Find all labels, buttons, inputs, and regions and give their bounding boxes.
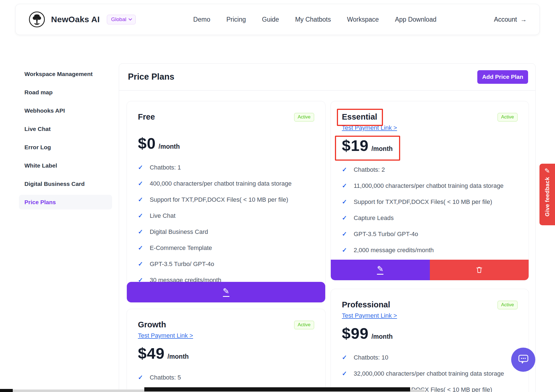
plan-name: Growth xyxy=(138,320,166,329)
settings-sidebar: Workspace ManagementRoad mapWebhooks API… xyxy=(19,67,112,213)
feature-item: ✓Chatbots: 10 xyxy=(342,354,518,361)
feature-label: Live Chat xyxy=(150,212,175,219)
delete-plan-button[interactable] xyxy=(430,260,529,280)
sidebar-item-road-map[interactable]: Road map xyxy=(19,85,112,100)
test-payment-link[interactable]: Test Payment Link > xyxy=(342,312,397,319)
price-amount: $99 xyxy=(342,324,369,342)
status-badge: Active xyxy=(498,301,518,309)
plan-name: Free xyxy=(138,112,155,122)
feature-item: ✓Live Chat xyxy=(138,212,314,219)
status-badge: Active xyxy=(294,113,314,122)
plan-price: $19/month xyxy=(342,136,518,155)
feature-label: 32,000,000 characters/per chatbot traini… xyxy=(354,370,504,377)
price-period: /month xyxy=(371,145,393,153)
panel-header: Price Plans Add Price Plan xyxy=(119,64,535,91)
test-payment-link[interactable]: Test Payment Link > xyxy=(342,124,397,131)
edit-plan-button[interactable]: ✎ xyxy=(127,282,325,302)
chat-bubble-icon xyxy=(516,352,531,368)
plan-card-free: FreeActive$0/month✓Chatbots: 1✓400,000 c… xyxy=(127,101,326,303)
plan-card-header: ProfessionalActive xyxy=(342,300,518,309)
nav-item-demo[interactable]: Demo xyxy=(193,16,210,23)
sidebar-item-error-log[interactable]: Error Log xyxy=(19,140,112,155)
check-icon: ✓ xyxy=(138,164,143,171)
plan-card-header: EssentialActive xyxy=(342,112,518,122)
feature-label: 400,000 characters/per chatbot training … xyxy=(150,180,291,187)
price-plans-panel: Price Plans Add Price Plan FreeActive$0/… xyxy=(119,63,536,392)
account-label: Account xyxy=(494,16,517,23)
main-nav: DemoPricingGuideMy ChatbotsWorkspaceApp … xyxy=(136,16,494,23)
brand-name: NewOaks AI xyxy=(51,15,100,24)
feature-label: Chatbots: 2 xyxy=(354,166,385,173)
feature-item: ✓11,000,000 characters/per chatbot train… xyxy=(342,182,518,189)
feature-label: 11,000,000 characters/per chatbot traini… xyxy=(354,182,503,189)
add-price-plan-button[interactable]: Add Price Plan xyxy=(477,70,528,84)
feature-item: ✓400,000 characters/per chatbot training… xyxy=(138,180,314,187)
edit-plan-button[interactable]: ✎ xyxy=(331,260,430,280)
sidebar-item-white-label[interactable]: White Label xyxy=(19,158,112,173)
price-amount: $19 xyxy=(342,136,369,155)
plan-card-growth: GrowthActiveTest Payment Link >$49/month… xyxy=(127,309,326,392)
feature-item: ✓Support for TXT,PDF,DOCX Files( < 10 MB… xyxy=(138,196,314,203)
page-title: Price Plans xyxy=(128,72,174,82)
sidebar-item-webhooks-api[interactable]: Webhooks API xyxy=(19,103,112,118)
check-icon: ✓ xyxy=(138,374,143,381)
feature-item: ✓Capture Leads xyxy=(342,214,518,222)
edit-pencil-icon: ✎ xyxy=(544,168,550,174)
feature-label: GPT-3.5 Turbo/ GPT-4o xyxy=(354,231,418,238)
check-icon: ✓ xyxy=(138,212,143,219)
bottom-left-black-bar xyxy=(0,389,13,392)
feature-list: ✓Chatbots: 1✓400,000 characters/per chat… xyxy=(138,164,314,284)
plan-card-essential: EssentialActiveTest Payment Link >$19/mo… xyxy=(331,101,529,280)
sidebar-item-live-chat[interactable]: Live Chat xyxy=(19,122,112,136)
feature-item: ✓GPT-3.5 Turbo/ GPT-4o xyxy=(138,261,314,268)
feature-label: E-Commerce Template xyxy=(150,244,212,252)
nav-item-guide[interactable]: Guide xyxy=(262,16,279,23)
price-amount: $0 xyxy=(138,134,156,152)
feature-label: Digital Business Card xyxy=(150,228,208,236)
feature-label: Support for TXT,PDF,DOCX Files( < 10 MB … xyxy=(354,198,492,206)
test-payment-link[interactable]: Test Payment Link > xyxy=(138,332,193,339)
nav-item-app-download[interactable]: App Download xyxy=(395,16,437,23)
sidebar-item-workspace-management[interactable]: Workspace Management xyxy=(19,67,112,81)
check-icon: ✓ xyxy=(342,354,347,361)
arrow-right-icon: → xyxy=(520,16,527,23)
check-icon: ✓ xyxy=(138,180,143,187)
check-icon: ✓ xyxy=(342,247,347,254)
check-icon: ✓ xyxy=(342,214,347,222)
feature-item: ✓E-Commerce Template xyxy=(138,244,314,252)
chat-widget-button[interactable] xyxy=(511,348,535,372)
bottom-black-bar xyxy=(144,387,410,391)
trash-icon xyxy=(475,265,483,275)
account-link[interactable]: Account → xyxy=(494,16,527,23)
plan-name: Professional xyxy=(342,300,390,309)
feature-label: GPT-3.5 Turbo/ GPT-4o xyxy=(150,261,214,268)
sidebar-item-digital-business-card[interactable]: Digital Business Card xyxy=(19,176,112,191)
check-icon: ✓ xyxy=(138,228,143,236)
feature-item: ✓Chatbots: 5 xyxy=(138,374,314,381)
status-badge: Active xyxy=(498,113,518,122)
nav-item-workspace[interactable]: Workspace xyxy=(347,16,379,23)
check-icon: ✓ xyxy=(342,182,347,189)
plan-price: $99/month xyxy=(342,324,518,342)
check-icon: ✓ xyxy=(342,198,347,206)
nav-item-my-chatbots[interactable]: My Chatbots xyxy=(295,16,331,23)
nav-item-pricing[interactable]: Pricing xyxy=(226,16,246,23)
sidebar-item-price-plans[interactable]: Price Plans xyxy=(19,195,112,209)
feature-list: ✓Chatbots: 10✓32,000,000 characters/per … xyxy=(342,354,518,392)
feature-item: ✓Chatbots: 2 xyxy=(342,166,518,173)
give-feedback-label: Give feedback xyxy=(544,177,551,216)
price-period: /month xyxy=(167,353,189,360)
feature-item: ✓Support for TXT,PDF,DOCX Files( < 10 MB… xyxy=(342,198,518,206)
feature-item: ✓2,000 message credits/month xyxy=(342,247,518,254)
plan-actions: ✎ xyxy=(331,260,529,280)
give-feedback-tab[interactable]: ✎ Give feedback xyxy=(539,164,555,225)
feature-label: Chatbots: 5 xyxy=(150,374,181,381)
plan-card-header: FreeActive xyxy=(138,112,314,122)
plan-card-professional: ProfessionalActiveTest Payment Link >$99… xyxy=(331,289,529,392)
plan-actions: ✎ xyxy=(127,282,325,302)
feature-label: Chatbots: 1 xyxy=(150,164,181,171)
chevron-down-icon xyxy=(128,17,132,21)
region-selector[interactable]: Global xyxy=(107,15,136,24)
brand-group: NewOaks AI Global xyxy=(28,11,136,28)
price-amount: $49 xyxy=(138,344,165,362)
